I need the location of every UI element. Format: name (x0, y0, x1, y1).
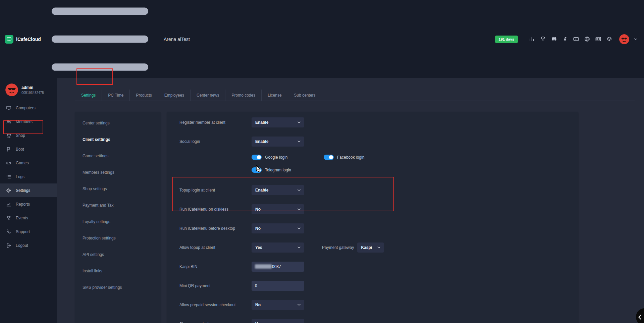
settings-nav-label: Client settings (83, 137, 110, 142)
settings-nav-client-settings[interactable]: Client settings (75, 131, 161, 148)
chevron-down-icon[interactable] (634, 38, 637, 40)
youtube-icon[interactable] (573, 36, 579, 42)
trophy-icon[interactable] (540, 36, 546, 42)
social-login-select[interactable]: Enable (252, 137, 304, 147)
sidebar-item-label: Shop (16, 133, 25, 138)
settings-nav-panel: Center settings Client settings Game set… (75, 112, 161, 323)
settings-nav-center-settings[interactable]: Center settings (75, 115, 161, 131)
sidebar-item-members[interactable]: Members (0, 115, 57, 128)
sidebar-item-games[interactable]: Games (0, 156, 57, 170)
settings-nav-game-settings[interactable]: Game settings (75, 148, 161, 164)
chevron-down-icon (377, 247, 380, 249)
gamepad-icon (6, 160, 11, 166)
sidebar-item-label: Logout (16, 243, 28, 248)
settings-nav-label: Install links (83, 269, 102, 273)
sidebar-item-reports[interactable]: Reports (0, 197, 57, 211)
field-label: Allow topup at client (179, 245, 252, 250)
settings-nav-label: Protection settings (83, 236, 116, 240)
settings-nav-sms-provider-settings[interactable]: SMS provider settings (75, 279, 161, 295)
form-row-show-power: Show power buttons Yes (179, 314, 578, 323)
sidebar-item-boot[interactable]: Boot (0, 142, 57, 156)
form-row-allow-prepaid: Allow prepaid session checkout No (179, 295, 578, 314)
field-label: Run iCafeMenu on diskless (179, 207, 252, 212)
kaspi-bin-input[interactable]: 0037 (252, 262, 304, 272)
settings-nav-install-links[interactable]: Install links (75, 263, 161, 279)
settings-nav-shop-settings[interactable]: Shop settings (75, 180, 161, 197)
tab-promo-codes[interactable]: Promo codes (225, 90, 262, 101)
facebook-login-group: Facebook login (324, 155, 396, 160)
facebook-icon[interactable] (562, 36, 568, 42)
sidebar-item-settings[interactable]: Settings (0, 183, 57, 197)
settings-nav-label: Payment and Tax (83, 203, 114, 208)
license-days-badge[interactable]: 191 days (495, 36, 518, 43)
sidebar-item-shop[interactable]: Shop (0, 128, 57, 142)
tab-label: Promo codes (231, 93, 255, 98)
settings-nav-protection-settings[interactable]: Protection settings (75, 230, 161, 246)
payment-gateway-select[interactable]: Kaspi (357, 243, 384, 253)
layers-icon[interactable] (606, 36, 612, 42)
field-label: Show power buttons (179, 322, 252, 323)
toggle-knob (257, 155, 261, 159)
form-row-social-login: Social login Enable (179, 132, 578, 151)
input-value: 0 (255, 283, 257, 288)
sidebar-item-logs[interactable]: Logs (0, 170, 57, 183)
discord-icon[interactable] (551, 36, 557, 42)
chevron-down-icon (298, 141, 301, 143)
globe-icon[interactable] (584, 36, 590, 42)
settings-nav-label: API settings (83, 252, 104, 257)
sidebar-user-id: 005193482475 (21, 91, 44, 95)
register-member-select[interactable]: Enable (252, 117, 304, 127)
chevron-down-icon (298, 247, 301, 249)
tab-pc-time[interactable]: PC Time (102, 90, 130, 101)
allow-prepaid-select[interactable]: No (252, 300, 304, 310)
app-root: iCafeCloud Arena aiTest 191 days (0, 0, 644, 323)
sidebar-user: admin 005193482475 (0, 82, 57, 101)
brand[interactable]: iCafeCloud (5, 35, 46, 44)
sidebar-item-logout[interactable]: Logout (0, 238, 57, 252)
settings-nav-api-settings[interactable]: API settings (75, 246, 161, 263)
sidebar-user-avatar (5, 84, 18, 96)
hamburger-menu-icon[interactable] (50, 0, 150, 78)
logout-icon (6, 243, 11, 248)
telegram-login-toggle[interactable] (252, 167, 262, 173)
sidebar-item-support[interactable]: Support (0, 225, 57, 238)
facebook-login-toggle[interactable] (324, 155, 334, 160)
run-before-desktop-select[interactable]: No (252, 223, 304, 233)
form-row-run-diskless: Run iCafeMenu on diskless No (179, 200, 578, 219)
id-card-icon[interactable] (595, 36, 601, 42)
field-label: Topup login at client (179, 188, 252, 193)
topup-login-select[interactable]: Enable (252, 185, 304, 195)
tab-sub-centers[interactable]: Sub centers (288, 90, 322, 101)
mini-qr-input[interactable]: 0 (252, 281, 304, 291)
sidebar-item-label: Reports (16, 202, 30, 207)
settings-nav-label: Members settings (83, 170, 114, 175)
tab-license[interactable]: License (262, 90, 288, 101)
sidebar-item-computers[interactable]: Computers (0, 101, 57, 115)
show-power-select[interactable]: Yes (252, 319, 304, 323)
tab-products[interactable]: Products (130, 90, 158, 101)
trophy-icon (6, 215, 11, 221)
select-value: Enable (255, 188, 268, 193)
field-label: Run iCafeMenu before desktop (179, 226, 252, 231)
tab-center-news[interactable]: Center news (191, 90, 225, 101)
settings-nav-label: Game settings (83, 154, 108, 158)
tab-settings[interactable]: Settings (75, 90, 102, 101)
settings-nav-payment-and-tax[interactable]: Payment and Tax (75, 197, 161, 213)
stats-icon[interactable] (529, 36, 535, 42)
sidebar-item-events[interactable]: Events (0, 211, 57, 225)
google-login-toggle[interactable] (252, 155, 262, 160)
allow-topup-select[interactable]: Yes (252, 243, 304, 253)
gear-icon (6, 188, 11, 193)
settings-nav-loyalty-settings[interactable]: Loyalty settings (75, 213, 161, 230)
topbar: iCafeCloud Arena aiTest 191 days (0, 0, 644, 78)
chevron-down-icon (298, 227, 301, 229)
user-avatar[interactable] (619, 34, 629, 44)
run-diskless-select[interactable]: No (252, 204, 304, 214)
settings-nav-members-settings[interactable]: Members settings (75, 164, 161, 180)
sidebar-item-label: Events (16, 216, 28, 220)
tab-employees[interactable]: Employees (158, 90, 191, 101)
field-label: Mini QR payment (179, 283, 252, 288)
form-row-run-before-desktop: Run iCafeMenu before desktop No (179, 219, 578, 238)
form-row-topup-login: Topup login at client Enable (179, 180, 578, 200)
tab-label: Sub centers (294, 93, 316, 98)
